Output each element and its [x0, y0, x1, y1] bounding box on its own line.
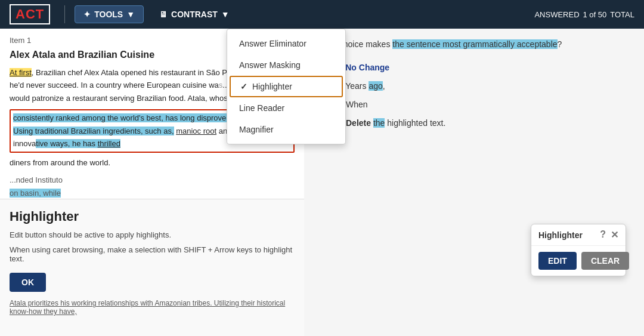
menu-item-answer-eliminator[interactable]: Answer Eliminator: [227, 33, 345, 54]
act-logo-text: ACT: [16, 7, 44, 21]
tools-label: TOOLS: [94, 10, 123, 19]
menu-item-answer-masking[interactable]: Answer Masking: [227, 54, 345, 76]
menu-item-magnifier[interactable]: Magnifier: [227, 119, 345, 140]
check-icon: ✓: [240, 82, 247, 91]
answer-option-c[interactable]: C. When: [314, 100, 634, 110]
answer-text-c: When: [346, 100, 368, 109]
header-divider: [64, 5, 65, 23]
answer-masking-label: Answer Masking: [239, 60, 301, 70]
ok-button[interactable]: OK: [10, 273, 46, 292]
highlighter-panel-title: Highlighter: [10, 209, 295, 224]
highlighter-label: Highlighter: [252, 82, 292, 91]
highlight-at-first: At first: [10, 68, 32, 77]
line-reader-label: Line Reader: [239, 103, 284, 113]
help-icon[interactable]: ?: [600, 229, 606, 241]
blue-highlight-2: tive ways, he has thrilled: [36, 139, 120, 148]
answer-eliminator-label: Answer Eliminator: [239, 39, 306, 48]
tools-icon: ✦: [83, 10, 91, 19]
contrast-monitor-icon: 🖥: [159, 10, 168, 19]
answer-option-d[interactable]: D. Delete the highlighted text.: [314, 118, 634, 128]
question-text: Which choice makes the sentence most gra…: [314, 38, 634, 51]
highlighter-desc-2: When using caret browsing, make a select…: [10, 245, 295, 263]
magnifier-label: Magnifier: [239, 125, 274, 134]
total-label: TOTAL: [610, 10, 634, 19]
edit-button[interactable]: EDIT: [538, 252, 577, 270]
answer-d-highlight: the: [373, 118, 385, 128]
answer-text-b: Years ago,: [345, 81, 385, 91]
tools-chevron-icon: ▼: [126, 10, 135, 19]
answer-b-highlight: ago: [369, 81, 382, 91]
highlighter-info-panel: Highlighter Edit button should be active…: [0, 199, 304, 336]
menu-item-line-reader[interactable]: Line Reader: [227, 97, 345, 119]
answer-text-a: No Change: [345, 63, 389, 72]
blue-highlight-basin: on basin, while: [10, 189, 61, 198]
popup-icons: ? ✕: [600, 229, 618, 241]
underline-manioc: manioc root: [176, 127, 216, 135]
answered-label: ANSWERED: [534, 10, 579, 19]
popup-title: Highlighter: [538, 230, 583, 240]
header-right: ANSWERED 1 of 50 TOTAL: [534, 10, 634, 19]
answer-option-b[interactable]: B. Years ago,: [314, 81, 634, 91]
highlighter-desc-1: Edit button should be active to apply hi…: [10, 230, 295, 239]
progress-text: 1 of 50: [583, 10, 607, 19]
clear-button[interactable]: CLEAR: [581, 252, 629, 270]
contrast-chevron-icon: ▼: [221, 10, 230, 19]
right-panel: Which choice makes the sentence most gra…: [304, 29, 644, 336]
answer-options: A. No Change B. Years ago, C. When D. De…: [314, 63, 634, 128]
tools-dropdown: Answer Eliminator Answer Masking ✓ Highl…: [227, 29, 346, 144]
menu-item-highlighter[interactable]: ✓ Highlighter: [230, 76, 343, 97]
tools-button[interactable]: ✦ TOOLS ▼: [75, 5, 144, 23]
header: ACT ✦ TOOLS ▼ 🖥 CONTRAST ▼ ANSWERED 1 of…: [0, 0, 644, 29]
question-highlight: the sentence most grammatically acceptab…: [392, 39, 557, 49]
close-icon[interactable]: ✕: [611, 229, 618, 241]
answer-option-a[interactable]: A. No Change: [314, 63, 634, 73]
contrast-button[interactable]: 🖥 CONTRAST ▼: [151, 6, 238, 23]
answer-text-d: Delete the highlighted text.: [346, 118, 445, 128]
contrast-label: CONTRAST: [171, 10, 218, 19]
popup-actions: EDIT CLEAR: [531, 246, 626, 276]
passage-bottom-text: Atala prioritizes his working relationsh…: [10, 299, 295, 316]
act-logo: ACT: [10, 4, 50, 24]
popup-header: Highlighter ? ✕: [531, 224, 626, 246]
highlighter-popup: Highlighter ? ✕ EDIT CLEAR: [531, 224, 626, 276]
